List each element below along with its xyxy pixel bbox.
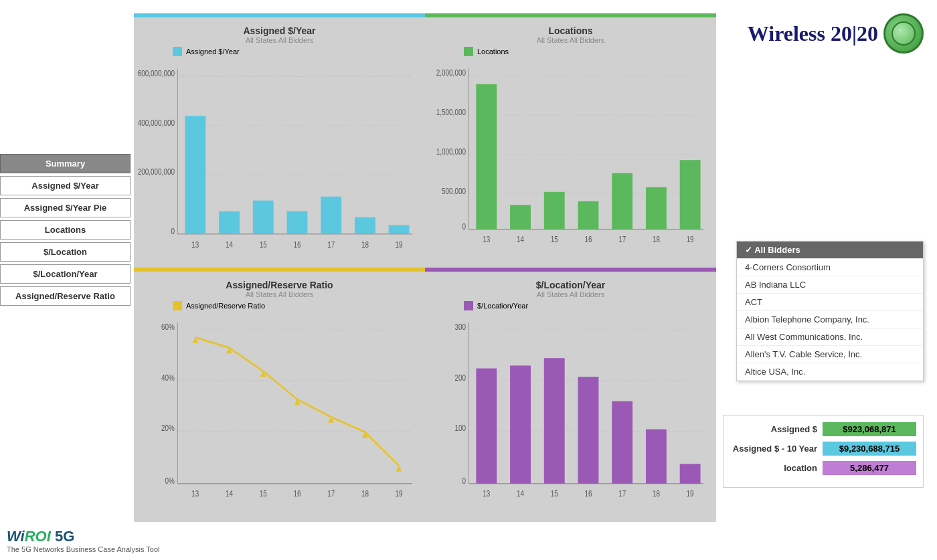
svg-rect-39: [646, 187, 667, 229]
svg-text:14: 14: [226, 240, 233, 250]
stat-label-assigned-10: Assigned $ - 10 Year: [730, 444, 817, 454]
svg-text:13: 13: [483, 235, 490, 244]
svg-text:600,000,000: 600,000,000: [138, 68, 175, 78]
chart-title-ratio: Assigned/Reserve Ratio: [139, 280, 420, 290]
svg-rect-85: [646, 430, 667, 484]
chart-title-per-location-year: $/Location/Year: [430, 280, 711, 290]
svg-rect-14: [355, 217, 375, 234]
chart-inner-ratio: 60% 40% 20% 0%: [139, 313, 420, 510]
svg-text:1,000,000: 1,000,000: [436, 147, 466, 156]
chart-per-location-year: $/Location/Year All States All Bidders $…: [425, 268, 716, 522]
svg-text:0: 0: [171, 225, 175, 236]
sidebar-item-assigned-year[interactable]: Assigned $/Year: [0, 176, 131, 195]
svg-rect-13: [321, 197, 341, 234]
svg-text:19: 19: [396, 489, 403, 498]
svg-text:15: 15: [551, 489, 558, 498]
svg-text:14: 14: [226, 489, 233, 498]
stat-row-assigned-10: Assigned $ - 10 Year $9,230,688,715: [730, 442, 916, 456]
chart-locations: Locations All States All Bidders Locatio…: [425, 13, 716, 268]
svg-text:17: 17: [327, 489, 335, 498]
svg-text:17: 17: [327, 240, 335, 250]
sidebar-item-per-location-year[interactable]: $/Location/Year: [0, 264, 131, 284]
sidebar: Summary Assigned $/Year Assigned $/Year …: [0, 154, 131, 306]
bidder-albion[interactable]: Albion Telephone Company, Inc.: [737, 311, 923, 329]
stat-value-location: 5,286,477: [823, 461, 916, 475]
chart-subtitle-per-location-year: All States All Bidders: [430, 290, 711, 298]
svg-rect-86: [680, 464, 701, 483]
bidders-dropdown: All Bidders 4-Corners Consortium AB Indi…: [736, 241, 924, 381]
svg-text:300: 300: [454, 322, 466, 331]
svg-text:15: 15: [260, 489, 267, 498]
svg-rect-38: [612, 173, 632, 229]
logo-circle-inner: [891, 21, 916, 45]
svg-text:1,500,000: 1,500,000: [436, 108, 466, 116]
chart-header-green: [425, 13, 716, 17]
sidebar-item-assigned-year-pie[interactable]: Assigned $/Year Pie: [0, 198, 131, 217]
svg-text:18: 18: [653, 235, 660, 244]
svg-rect-84: [612, 401, 632, 484]
chart-inner-locations: 2,000,000 1,500,000 1,000,000 500,000 0: [430, 59, 711, 256]
stat-row-location: location 5,286,477: [730, 461, 916, 475]
sidebar-item-per-location[interactable]: $/Location: [0, 242, 131, 262]
svg-rect-15: [389, 225, 410, 234]
stat-value-assigned-10: $9,230,688,715: [823, 442, 916, 456]
svg-rect-40: [680, 160, 701, 229]
stat-label-location: location: [730, 463, 817, 473]
bidder-act[interactable]: ACT: [737, 294, 923, 311]
chart-header-purple: [425, 268, 716, 272]
svg-text:18: 18: [361, 489, 369, 498]
app-logo: Wireless 20|20: [748, 13, 924, 54]
svg-text:13: 13: [191, 489, 199, 498]
svg-rect-9: [185, 116, 205, 234]
sidebar-item-locations[interactable]: Locations: [0, 220, 131, 240]
chart-subtitle-assigned-year: All States All Bidders: [139, 36, 420, 44]
svg-text:40%: 40%: [161, 373, 175, 382]
wiroi-logo-text: WiROI 5G: [7, 528, 159, 545]
stat-value-assigned: $923,068,871: [823, 422, 916, 436]
wiroi-subtitle: The 5G Networks Business Case Analysis T…: [7, 545, 159, 553]
bidder-altice[interactable]: Altice USA, Inc.: [737, 363, 923, 381]
svg-rect-80: [476, 369, 497, 484]
bidder-all-west[interactable]: All West Communications, Inc.: [737, 329, 923, 346]
chart-assigned-year: Assigned $/Year All States All Bidders A…: [134, 13, 425, 268]
chart-grid: Assigned $/Year All States All Bidders A…: [134, 13, 716, 522]
bidder-allen[interactable]: Allen's T.V. Cable Service, Inc.: [737, 346, 923, 363]
svg-text:19: 19: [687, 489, 694, 498]
bidder-4corners[interactable]: 4-Corners Consortium: [737, 259, 923, 276]
svg-text:18: 18: [361, 240, 369, 250]
svg-text:13: 13: [483, 489, 490, 498]
svg-text:2,000,000: 2,000,000: [436, 68, 466, 77]
bidder-all[interactable]: All Bidders: [737, 242, 923, 259]
svg-text:18: 18: [653, 489, 660, 498]
bidder-ab-indiana[interactable]: AB Indiana LLC: [737, 276, 923, 294]
logo-circle: [883, 13, 924, 54]
svg-text:100: 100: [454, 424, 466, 432]
svg-text:17: 17: [618, 235, 626, 244]
stat-label-assigned: Assigned $: [730, 424, 817, 434]
chart-legend-locations: Locations: [464, 47, 711, 56]
chart-legend-ratio: Assigned/Reserve Ratio: [173, 301, 420, 310]
chart-subtitle-ratio: All States All Bidders: [139, 290, 420, 298]
svg-text:500,000: 500,000: [442, 186, 466, 195]
chart-legend-assigned-year: Assigned $/Year: [173, 47, 420, 56]
svg-text:16: 16: [584, 489, 592, 498]
svg-text:16: 16: [293, 489, 301, 498]
svg-text:200,000,000: 200,000,000: [138, 167, 175, 177]
svg-rect-82: [544, 358, 565, 484]
svg-text:15: 15: [260, 240, 267, 250]
svg-text:200: 200: [454, 373, 466, 382]
chart-subtitle-locations: All States All Bidders: [430, 36, 711, 44]
chart-title-assigned-year: Assigned $/Year: [139, 25, 420, 36]
legend-label-ratio: Assigned/Reserve Ratio: [186, 302, 265, 310]
bottom-logo: WiROI 5G The 5G Networks Business Case A…: [7, 528, 159, 553]
svg-rect-35: [510, 205, 531, 229]
legend-color-yellow: [173, 301, 182, 310]
sidebar-item-summary[interactable]: Summary: [0, 154, 131, 173]
svg-text:20%: 20%: [161, 424, 175, 432]
chart-ratio: Assigned/Reserve Ratio All States All Bi…: [134, 268, 425, 522]
svg-text:60%: 60%: [161, 322, 175, 331]
sidebar-item-ratio[interactable]: Assigned/Reserve Ratio: [0, 286, 131, 306]
svg-rect-83: [578, 377, 599, 484]
svg-rect-34: [476, 84, 497, 229]
svg-text:13: 13: [191, 240, 199, 250]
